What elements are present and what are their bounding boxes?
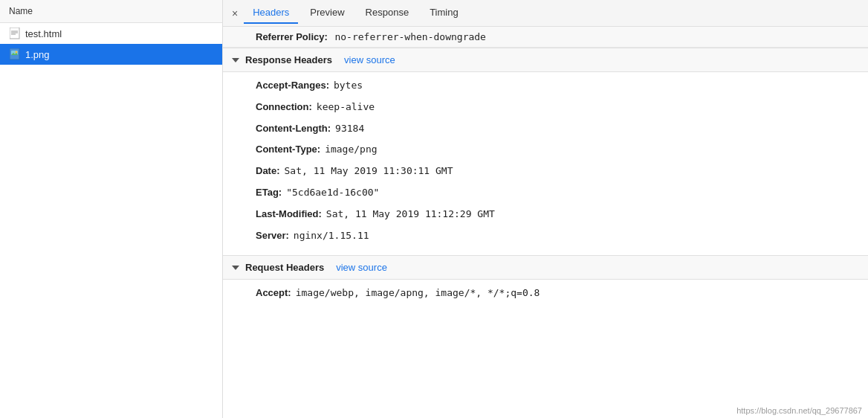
- response-header-row: Content-Type:image/png: [247, 139, 868, 161]
- request-headers-section-header: Request Headers view source: [223, 255, 868, 280]
- request-headers-rows: Accept:image/webp, image/apng, image/*, …: [223, 280, 868, 307]
- response-header-name: Connection:: [256, 100, 312, 115]
- response-header-value: Sat, 11 May 2019 11:30:11 GMT: [285, 164, 453, 179]
- response-header-name: Last-Modified:: [256, 207, 322, 222]
- content-area: Referrer Policy: no-referrer-when-downgr…: [223, 27, 868, 418]
- response-header-row: ETag:"5cd6ae1d-16c00": [247, 182, 868, 204]
- response-header-row: Last-Modified:Sat, 11 May 2019 11:12:29 …: [247, 204, 868, 225]
- tab-headers[interactable]: Headers: [244, 2, 298, 24]
- referrer-policy-name: Referrer Policy:: [256, 31, 328, 42]
- request-headers-view-source[interactable]: view source: [336, 262, 387, 273]
- tab-bar: × Headers Preview Response Timing: [223, 0, 868, 27]
- response-headers-view-source[interactable]: view source: [344, 54, 395, 65]
- tab-response[interactable]: Response: [357, 2, 418, 24]
- html-file-icon: [9, 28, 21, 39]
- response-header-value: image/png: [325, 142, 377, 158]
- tab-close-button[interactable]: ×: [229, 6, 241, 21]
- referrer-policy-row: Referrer Policy: no-referrer-when-downgr…: [223, 27, 868, 48]
- right-panel: × Headers Preview Response Timing Referr…: [223, 0, 868, 418]
- expand-triangle-icon: [232, 58, 239, 62]
- watermark: https://blog.csdn.net/qq_29677867: [736, 406, 862, 415]
- response-header-value: Sat, 11 May 2019 11:12:29 GMT: [326, 207, 495, 222]
- response-header-row: Content-Length:93184: [247, 118, 868, 140]
- files-column-header: Name: [0, 0, 222, 23]
- response-header-row: Date:Sat, 11 May 2019 11:30:11 GMT: [247, 161, 868, 182]
- response-headers-section-header: Response Headers view source: [223, 48, 868, 72]
- response-header-name: Server:: [256, 228, 289, 244]
- response-header-name: Content-Type:: [256, 142, 320, 158]
- response-header-value: keep-alive: [317, 100, 375, 115]
- response-header-value: "5cd6ae1d-16c00": [286, 185, 379, 201]
- response-header-name: Accept-Ranges:: [256, 78, 329, 94]
- response-header-name: Content-Length:: [256, 121, 331, 137]
- png-file-icon: [9, 48, 21, 60]
- response-header-value: bytes: [334, 78, 363, 94]
- response-header-row: Accept-Ranges:bytes: [247, 75, 868, 97]
- response-header-name: ETag:: [256, 185, 282, 201]
- response-header-name: Date:: [256, 164, 280, 179]
- request-header-row: Accept:image/webp, image/apng, image/*, …: [247, 283, 868, 304]
- referrer-policy-value: no-referrer-when-downgrade: [334, 31, 486, 42]
- file-item-1png[interactable]: 1.png: [0, 44, 222, 65]
- expand-triangle-request-icon: [232, 266, 239, 270]
- response-headers-rows: Accept-Ranges:bytesConnection:keep-alive…: [223, 72, 868, 249]
- request-header-value: image/webp, image/apng, image/*, */*;q=0…: [296, 286, 540, 301]
- request-header-name: Accept:: [256, 286, 291, 301]
- tab-timing[interactable]: Timing: [421, 2, 467, 24]
- request-headers-title: Request Headers: [232, 262, 324, 273]
- left-panel: Name test.html 1.png: [0, 0, 223, 418]
- response-header-value: nginx/1.15.11: [294, 228, 369, 244]
- response-header-value: 93184: [335, 121, 364, 137]
- file-name-test-html: test.html: [25, 28, 62, 39]
- file-item-test-html[interactable]: test.html: [0, 23, 222, 44]
- response-header-row: Server:nginx/1.15.11: [247, 225, 868, 247]
- response-header-row: Connection:keep-alive: [247, 97, 868, 118]
- file-name-1png: 1.png: [25, 49, 50, 60]
- response-headers-title: Response Headers: [232, 54, 332, 65]
- tab-preview[interactable]: Preview: [301, 2, 353, 24]
